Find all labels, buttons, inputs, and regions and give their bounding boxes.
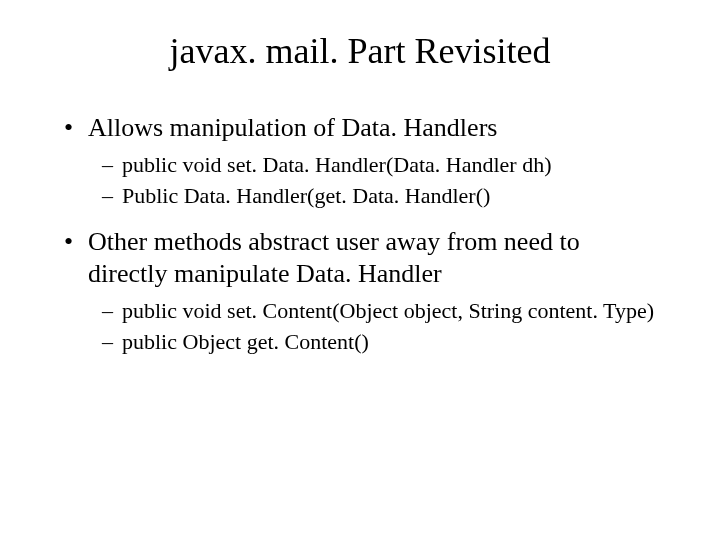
- bullet-l2: – public void set. Data. Handler(Data. H…: [102, 151, 660, 179]
- bullet-l2: – public void set. Content(Object object…: [102, 297, 660, 325]
- bullet-dash-icon: –: [102, 151, 122, 179]
- bullet-dot-icon: •: [60, 112, 88, 145]
- bullet-dash-icon: –: [102, 182, 122, 210]
- bullet-l1-text: Other methods abstract user away from ne…: [88, 226, 660, 291]
- bullet-dot-icon: •: [60, 226, 88, 259]
- bullet-group-1: • Other methods abstract user away from …: [60, 226, 660, 356]
- bullet-l2: – Public Data. Handler(get. Data. Handle…: [102, 182, 660, 210]
- bullet-l2-text: Public Data. Handler(get. Data. Handler(…: [122, 182, 660, 210]
- slide-title: javax. mail. Part Revisited: [60, 30, 660, 72]
- bullet-group-0: • Allows manipulation of Data. Handlers …: [60, 112, 660, 210]
- bullet-l2-text: public Object get. Content(): [122, 328, 660, 356]
- bullet-dash-icon: –: [102, 328, 122, 356]
- bullet-l2: – public Object get. Content(): [102, 328, 660, 356]
- bullet-l2-text: public void set. Content(Object object, …: [122, 297, 660, 325]
- bullet-l2-text: public void set. Data. Handler(Data. Han…: [122, 151, 660, 179]
- bullet-l1-text: Allows manipulation of Data. Handlers: [88, 112, 660, 145]
- bullet-l1: • Allows manipulation of Data. Handlers: [60, 112, 660, 145]
- bullet-l1: • Other methods abstract user away from …: [60, 226, 660, 291]
- bullet-dash-icon: –: [102, 297, 122, 325]
